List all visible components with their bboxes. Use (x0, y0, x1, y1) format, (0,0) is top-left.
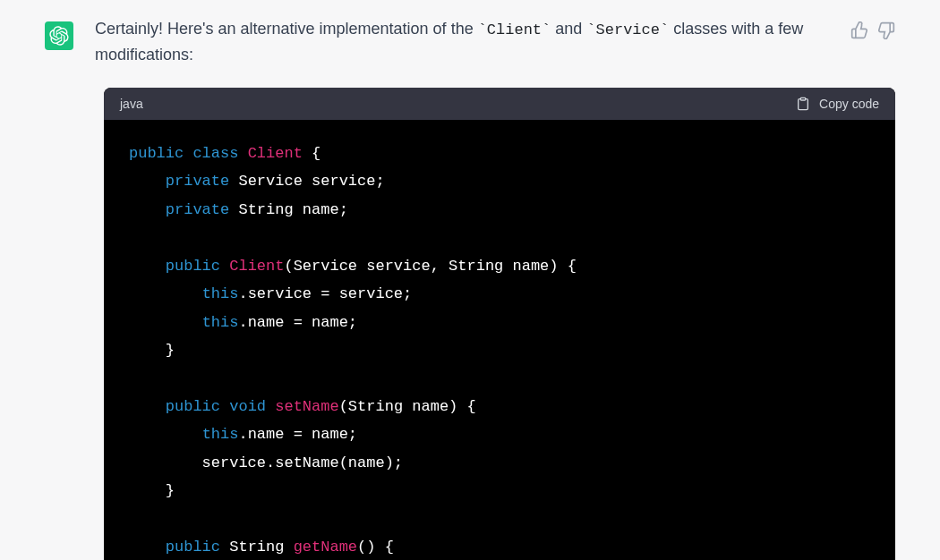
code-token: public (166, 258, 220, 275)
code-token: () { (357, 539, 394, 556)
code-token (220, 398, 229, 415)
code-token: String name; (229, 201, 348, 218)
inline-code: `Client` (478, 21, 551, 38)
code-language-label: java (120, 97, 143, 111)
code-token: .name = name; (238, 314, 357, 331)
assistant-avatar (45, 21, 73, 50)
code-token: { (303, 145, 320, 162)
message-text-part: and (551, 20, 586, 38)
code-token: public (129, 145, 184, 162)
code-token: class (192, 145, 238, 162)
code-token: Client (229, 258, 284, 275)
thumbs-up-icon[interactable] (850, 21, 868, 39)
code-token: String (220, 539, 294, 556)
code-token: service.setName(name); (129, 454, 403, 471)
code-token (129, 398, 166, 415)
code-token: public (166, 539, 220, 556)
openai-logo-icon (49, 26, 69, 46)
copy-code-label: Copy code (819, 97, 879, 111)
message-actions (850, 21, 895, 39)
inline-code: `Service` (586, 21, 669, 38)
code-token: setName (275, 398, 338, 415)
assistant-message-text: Certainly! Here's an alternative impleme… (95, 16, 829, 68)
code-token: private (166, 201, 229, 218)
message-text-part: Certainly! Here's an alternative impleme… (95, 20, 478, 38)
code-token (129, 201, 166, 218)
code-token: getName (294, 539, 357, 556)
code-token: (Service service, String name) { (284, 258, 576, 275)
code-token (129, 539, 166, 556)
code-token: private (166, 173, 229, 190)
code-token (266, 398, 275, 415)
code-token (184, 145, 192, 162)
code-token (129, 426, 202, 443)
thumbs-down-icon[interactable] (877, 21, 895, 39)
code-token: this (202, 285, 239, 302)
clipboard-icon (796, 97, 810, 111)
code-token: public (166, 398, 220, 415)
copy-code-button[interactable]: Copy code (796, 97, 879, 111)
svg-rect-0 (800, 98, 805, 100)
code-token: } (129, 342, 175, 359)
assistant-message-row: Certainly! Here's an alternative impleme… (0, 16, 940, 68)
code-token (129, 314, 202, 331)
code-token (238, 145, 247, 162)
code-token: this (202, 426, 239, 443)
code-token: Service service; (229, 173, 384, 190)
code-token: void (229, 398, 266, 415)
code-token (129, 285, 202, 302)
code-token: this (202, 314, 239, 331)
code-token (220, 258, 229, 275)
code-header: java Copy code (104, 88, 895, 120)
code-token: .name = name; (238, 426, 357, 443)
code-token: } (129, 482, 175, 499)
code-body: public class Client { private Service se… (104, 120, 895, 560)
code-token (129, 258, 166, 275)
code-block: java Copy code public class Client { pri… (104, 88, 895, 560)
code-token: .service = service; (238, 285, 412, 302)
code-token (129, 173, 166, 190)
code-token: Client (248, 145, 303, 162)
code-token: (String name) { (339, 398, 476, 415)
